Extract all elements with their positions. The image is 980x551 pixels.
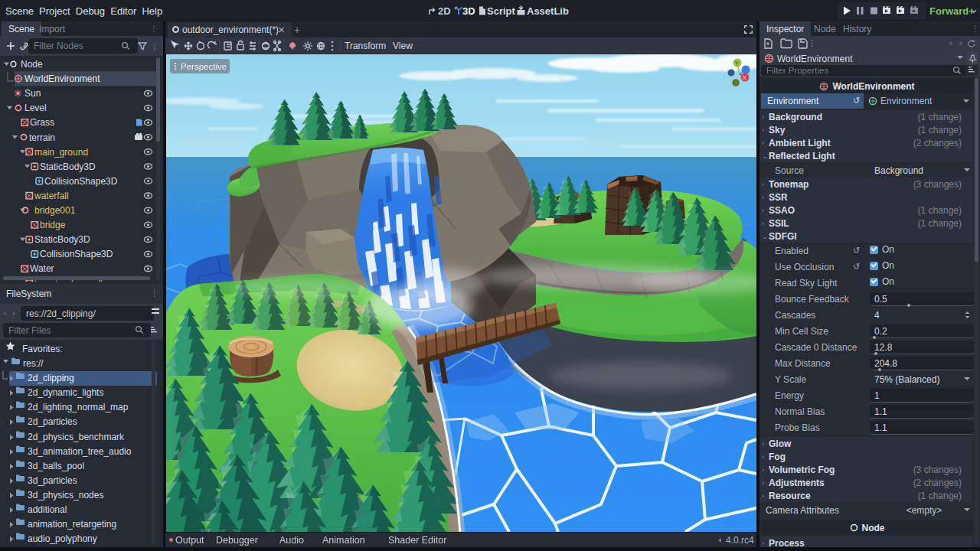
svg-text:View: View — [393, 41, 413, 51]
svg-text:X: X — [743, 75, 746, 80]
svg-text:Level: Level — [24, 103, 47, 113]
svg-text:WorldEnvironment: WorldEnvironment — [24, 73, 100, 84]
svg-text:3d_physics_nodes: 3d_physics_nodes — [28, 490, 103, 500]
svg-text:2d_dynamic_lights: 2d_dynamic_lights — [28, 387, 103, 398]
svg-text:2d_clipping: 2d_clipping — [28, 373, 74, 383]
svg-text:Water: Water — [30, 263, 54, 274]
svg-text:CollisionShape3D: CollisionShape3D — [40, 249, 113, 259]
svg-text:CollisionShape3D: CollisionShape3D — [44, 176, 118, 187]
svg-text:Favorites:: Favorites: — [22, 344, 63, 354]
svg-text:animation_retargeting: animation_retargeting — [28, 519, 116, 530]
svg-text:additional: additional — [28, 504, 67, 515]
svg-text:3d_particles: 3d_particles — [28, 475, 77, 486]
svg-text:waterfall: waterfall — [34, 191, 69, 201]
svg-text:terrain: terrain — [29, 132, 55, 143]
svg-text:main_ground: main_ground — [34, 147, 88, 158]
svg-text:2d_physics_benchmark: 2d_physics_benchmark — [28, 432, 125, 442]
svg-text:Y: Y — [735, 60, 739, 66]
svg-text:bridge001: bridge001 — [34, 205, 76, 216]
svg-text:StaticBody3D: StaticBody3D — [40, 161, 96, 172]
svg-text:Grass: Grass — [30, 117, 54, 128]
svg-text:audio_polyphony: audio_polyphony — [28, 533, 97, 544]
svg-text:2d_lighting_normal_map: 2d_lighting_normal_map — [28, 402, 129, 412]
svg-text:Perspective: Perspective — [181, 62, 227, 71]
svg-text:2d_particles: 2d_particles — [28, 416, 77, 427]
svg-text:Node: Node — [21, 59, 43, 70]
svg-text:Transform: Transform — [345, 41, 386, 51]
svg-text:StaticBody3D: StaticBody3D — [34, 234, 90, 245]
svg-text:3d_balls_pool: 3d_balls_pool — [28, 461, 84, 471]
svg-text:res://: res:// — [23, 358, 44, 369]
svg-text:Sun: Sun — [24, 88, 41, 99]
svg-text:bridge: bridge — [40, 220, 66, 230]
svg-text:3d_animation_tree_audio: 3d_animation_tree_audio — [28, 446, 132, 457]
